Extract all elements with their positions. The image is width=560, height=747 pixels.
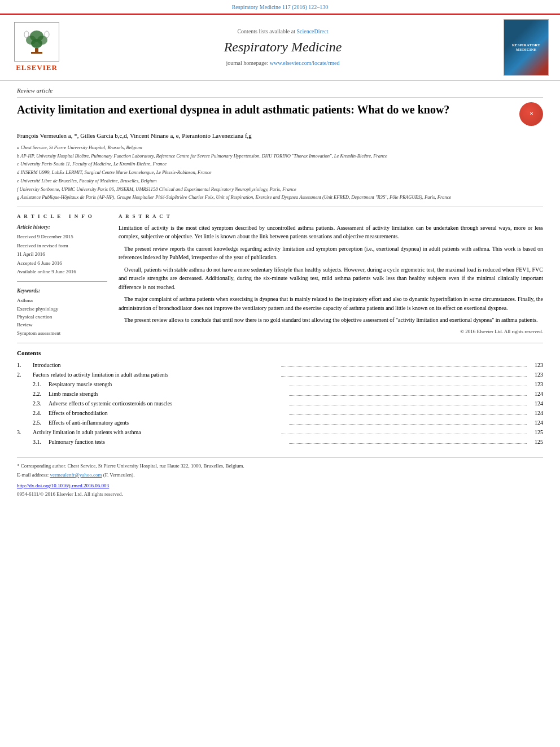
abstract-para-1: Limitation of activity is the most cited… bbox=[119, 224, 543, 241]
toc-label-2-1: Respiratory muscle strength bbox=[49, 381, 287, 388]
keywords-label: Keywords: bbox=[17, 287, 107, 295]
affiliations-section: a Chest Service, St Pierre University Ho… bbox=[17, 144, 543, 201]
toc-page-2-5: 124 bbox=[529, 419, 543, 427]
keywords-divider bbox=[17, 281, 107, 282]
svg-point-7 bbox=[45, 31, 49, 38]
toc-entry-3-1: 3.1. Pulmonary function tests 125 bbox=[33, 438, 543, 446]
keyword-4: Review bbox=[17, 321, 107, 329]
journal-reference-text: Respiratory Medicine 117 (2016) 122–130 bbox=[232, 4, 329, 10]
abstract-text: Limitation of activity is the most cited… bbox=[119, 224, 543, 325]
doi-link[interactable]: http://dx.doi.org/10.1016/j.rmed.2016.06… bbox=[17, 483, 109, 488]
received-date: Received 9 December 2015 bbox=[17, 233, 107, 241]
affiliation-f: f University Sorbonne, UPMC University P… bbox=[17, 186, 543, 193]
toc-page-2-3: 124 bbox=[529, 400, 543, 408]
toc-page-3-1: 125 bbox=[529, 438, 543, 446]
toc-page-2: 123 bbox=[529, 371, 543, 379]
journal-cover-image: RESPIRATORYMEDICINE bbox=[504, 19, 549, 76]
toc-label-2-4: Effects of bronchodilation bbox=[49, 409, 287, 417]
corresponding-author-note: * Corresponding author. Chest Service, S… bbox=[17, 462, 543, 470]
authors-line: François Vermeulen a, *, Gilles Garcia b… bbox=[17, 132, 543, 140]
toc-dots-2-2 bbox=[289, 390, 527, 396]
toc-dots-2 bbox=[281, 371, 527, 377]
abstract-para-4: The major complaint of asthma patients w… bbox=[119, 295, 543, 312]
toc-num-2-1: 2.1. bbox=[33, 381, 49, 388]
keywords-list: Asthma Exercise physiology Physical exer… bbox=[17, 296, 107, 337]
abstract-para-3: Overall, patients with stable asthma do … bbox=[119, 265, 543, 292]
journal-homepage-link[interactable]: www.elsevier.com/locate/rmed bbox=[270, 60, 340, 66]
article-info-heading: A R T I C L E I N F O bbox=[17, 213, 107, 220]
crossmark-icon: ✕ bbox=[530, 112, 533, 117]
affiliation-b: b AP-HP, University Hospital Bicêtre, Pu… bbox=[17, 152, 543, 160]
journal-name: Respiratory Medicine bbox=[68, 38, 498, 57]
toc-entry-2-2: 2.2. Limb muscle strength 124 bbox=[33, 390, 543, 398]
crossmark-badge: ✕ bbox=[519, 102, 543, 126]
toc-entry-2-3: 2.3. Adverse effects of systemic cortico… bbox=[33, 400, 543, 408]
divider-1 bbox=[17, 207, 543, 207]
toc-dots-3 bbox=[281, 429, 527, 434]
toc-dots-1 bbox=[281, 361, 527, 367]
keyword-1: Asthma bbox=[17, 296, 107, 304]
available-date: Available online 9 June 2016 bbox=[17, 268, 107, 276]
svg-point-3 bbox=[31, 39, 42, 48]
toc-num-3-1: 3.1. bbox=[33, 438, 49, 446]
elsevier-brand-text: ELSEVIER bbox=[16, 63, 58, 73]
author-email-link[interactable]: vermeulenfr@yahoo.com bbox=[50, 472, 102, 478]
abstract-heading: A B S T R A C T bbox=[119, 213, 543, 220]
table-of-contents: Contents 1. Introduction 123 2. Factors … bbox=[17, 349, 543, 445]
toc-heading: Contents bbox=[17, 349, 543, 357]
toc-num-2: 2. bbox=[17, 371, 33, 379]
contents-available-line: Contents lists available at ScienceDirec… bbox=[68, 28, 498, 36]
received-revised-label: Received in revised form bbox=[17, 242, 107, 250]
toc-num-2-5: 2.5. bbox=[33, 419, 49, 427]
doi-line: http://dx.doi.org/10.1016/j.rmed.2016.06… bbox=[17, 482, 543, 490]
corresponding-note-text: * Corresponding author. Chest Service, S… bbox=[17, 463, 244, 469]
toc-entry-1: 1. Introduction 123 bbox=[17, 361, 543, 369]
abstract-para-2: The present review reports the current k… bbox=[119, 244, 543, 262]
keyword-5: Symptom assessment bbox=[17, 329, 107, 337]
toc-label-2-5: Effects of anti-inflammatory agents bbox=[49, 419, 287, 427]
article-history-label: Article history: bbox=[17, 224, 107, 231]
elsevier-logo: ELSEVIER bbox=[11, 22, 62, 73]
journal-reference-bar: Respiratory Medicine 117 (2016) 122–130 bbox=[0, 0, 560, 14]
toc-dots-2-5 bbox=[289, 419, 527, 425]
affiliation-g: g Assistance Publique-Hôpitaux de Paris … bbox=[17, 194, 543, 201]
revised-date: 11 April 2016 bbox=[17, 251, 107, 258]
toc-label-2-3: Adverse effects of systemic corticostero… bbox=[49, 400, 287, 408]
toc-page-2-4: 124 bbox=[529, 409, 543, 417]
main-content: Review article Activity limitation and e… bbox=[0, 81, 560, 509]
homepage-line: journal homepage: www.elsevier.com/locat… bbox=[68, 59, 498, 67]
authors-text: François Vermeulen a, *, Gilles Garcia b… bbox=[17, 132, 252, 139]
keyword-2: Exercise physiology bbox=[17, 305, 107, 313]
footer-section: * Corresponding author. Chest Service, S… bbox=[17, 457, 543, 498]
affiliation-a: a Chest Service, St Pierre University Ho… bbox=[17, 144, 543, 151]
journal-center-info: Contents lists available at ScienceDirec… bbox=[68, 28, 498, 67]
toc-entry-2: 2. Factors related to activity limitatio… bbox=[17, 371, 543, 379]
copyright-line: © 2016 Elsevier Ltd. All rights reserved… bbox=[119, 328, 543, 335]
toc-page-2-1: 123 bbox=[529, 381, 543, 388]
svg-rect-5 bbox=[31, 52, 42, 54]
cover-title-text: RESPIRATORYMEDICINE bbox=[510, 41, 542, 55]
toc-page-1: 123 bbox=[529, 361, 543, 369]
issn-line: 0954-6111/© 2016 Elsevier Ltd. All right… bbox=[17, 491, 543, 498]
accepted-date: Accepted 6 June 2016 bbox=[17, 260, 107, 267]
article-title: Activity limitation and exertional dyspn… bbox=[17, 102, 514, 117]
elsevier-tree-icon bbox=[20, 28, 54, 56]
toc-dots-2-1 bbox=[289, 381, 527, 386]
toc-label-2-2: Limb muscle strength bbox=[49, 390, 287, 398]
toc-dots-3-1 bbox=[289, 438, 527, 444]
toc-dots-2-3 bbox=[289, 400, 527, 405]
toc-num-3: 3. bbox=[17, 429, 33, 436]
toc-entry-2-4: 2.4. Effects of bronchodilation 124 bbox=[33, 409, 543, 417]
article-type-label: Review article bbox=[17, 86, 543, 98]
toc-label-2: Factors related to activity limitation i… bbox=[33, 371, 279, 379]
journal-header: ELSEVIER Contents lists available at Sci… bbox=[0, 14, 560, 81]
email-line: E-mail address: vermeulenfr@yahoo.com (F… bbox=[17, 471, 543, 479]
affiliation-d: d INSERM U999, LabEx LERMIT, Surgical Ce… bbox=[17, 169, 543, 176]
elsevier-logo-box bbox=[14, 22, 59, 62]
keyword-3: Physical exertion bbox=[17, 313, 107, 321]
email-suffix: (F. Vermeulen). bbox=[103, 472, 135, 478]
sciencedirect-link[interactable]: ScienceDirect bbox=[296, 28, 328, 34]
article-info-column: A R T I C L E I N F O Article history: R… bbox=[17, 213, 107, 337]
toc-entry-2-5: 2.5. Effects of anti-inflammatory agents… bbox=[33, 419, 543, 427]
toc-num-2-4: 2.4. bbox=[33, 409, 49, 417]
